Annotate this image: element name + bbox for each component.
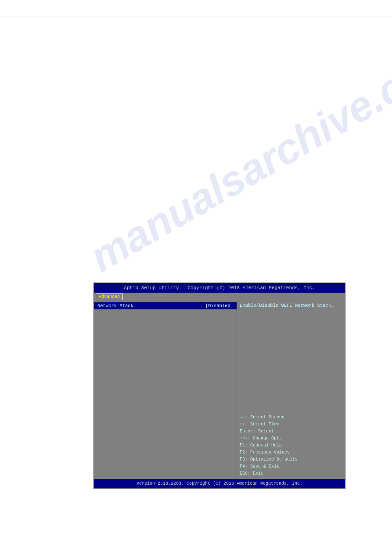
bios-row-network-stack-label: Network Stack <box>97 303 205 308</box>
keybind-esc-exit: ESC: Exit <box>240 470 342 477</box>
bios-row-network-stack-value: [Disabled] <box>205 303 233 308</box>
keybind-general-help: F1: General Help <box>240 442 342 449</box>
bios-right-panel: Enable/Disable UEFI Network Stack. →←: S… <box>237 301 345 479</box>
bios-footer: Version 2.18.1263. Copyright (C) 2018 Am… <box>94 479 345 488</box>
keybind-select-screen: →←: Select Screen <box>240 414 342 421</box>
keybind-previous-values: F2: Previous Values <box>240 449 342 456</box>
keybind-enter-select: Enter: Select <box>240 428 342 435</box>
bios-screen: Aptio Setup Utility – Copyright (C) 2018… <box>94 283 345 489</box>
top-divider-line <box>0 17 392 17</box>
bios-row-network-stack[interactable]: Network Stack [Disabled] <box>94 302 237 309</box>
keybind-select-item: ↑↓: Select Item <box>240 421 342 428</box>
bios-title-bar: Aptio Setup Utility – Copyright (C) 2018… <box>94 283 345 293</box>
watermark-text: manualsarchive.com <box>82 31 392 281</box>
keybind-change-opt: +/-: Change Opt. <box>240 435 342 442</box>
bios-left-panel: Network Stack [Disabled] <box>94 301 237 479</box>
bios-keybindings: →←: Select Screen ↑↓: Select Item Enter:… <box>240 414 342 477</box>
bios-tab-bar: Advanced <box>94 293 345 301</box>
bios-main-content: Network Stack [Disabled] Enable/Disable … <box>94 301 345 479</box>
bios-footer-text: Version 2.18.1263. Copyright (C) 2018 Am… <box>137 481 302 486</box>
bios-title: Aptio Setup Utility – Copyright (C) 2018… <box>124 285 315 290</box>
bios-help-description: Enable/Disable UEFI Network Stack. <box>240 302 342 309</box>
bios-divider <box>240 412 342 412</box>
keybind-optimized-defaults: F3: Optimized Defaults <box>240 456 342 463</box>
tab-advanced[interactable]: Advanced <box>96 294 123 300</box>
keybind-save-exit: F4: Save & Exit <box>240 463 342 470</box>
